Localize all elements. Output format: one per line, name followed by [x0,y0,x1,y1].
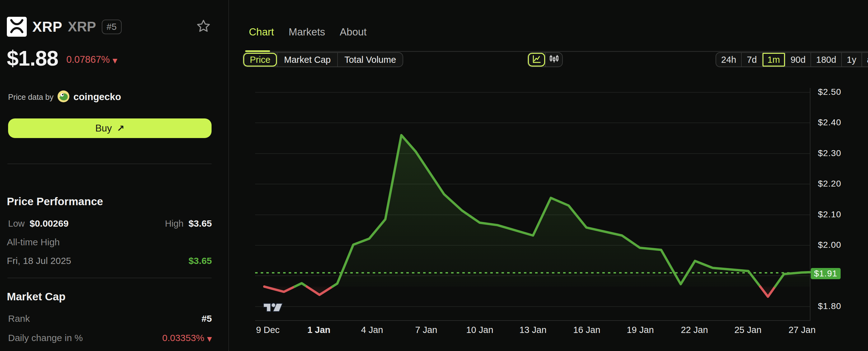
attribution-label: Price data by [8,93,54,102]
current-price-tag: $1.91 [811,268,841,279]
attribution-provider[interactable]: coingecko [73,91,121,103]
price-performance-title: Price Performance [7,195,103,208]
x-tick: 1 Jan [307,325,331,335]
low-label: Low [8,219,25,229]
data-attribution: Price data by coingecko [8,91,121,103]
y-tick: $2.50 [818,87,841,97]
x-tick: 25 Jan [734,325,761,335]
price-change-value: 0.07867% [66,54,110,65]
metric-total-volume[interactable]: Total Volume [337,53,403,67]
down-triangle-icon: ▼ [113,57,117,64]
x-tick: 27 Jan [788,325,815,335]
high-label: High [165,219,184,229]
low-high-row: Low $0.00269 High $3.65 [8,218,212,229]
y-tick: $2.10 [818,210,841,220]
rank-badge: #5 [102,20,122,34]
y-tick: $2.00 [818,240,841,250]
x-tick: 7 Jan [415,325,437,335]
chart-type-toggle [527,52,563,67]
range-all[interactable]: all [862,53,868,67]
price-change: 0.07867% ▼ [66,54,117,65]
tab-about[interactable]: About [340,26,367,38]
range-24h[interactable]: 24h [716,53,741,67]
x-tick: 19 Jan [627,325,654,335]
daily-change-row: Daily change in % 0.03353% ▼ [8,333,212,343]
buy-button-label: Buy [95,123,112,134]
line-chart-icon [532,54,541,65]
star-icon [196,29,211,34]
coin-header: XRP XRP #5 [32,17,122,37]
coin-name: XRP [32,18,62,35]
range-1m[interactable]: 1m [762,53,785,67]
low-value: $0.00269 [30,218,68,229]
high-value: $3.65 [189,218,212,229]
metric-price[interactable]: Price [243,53,277,67]
line-chart-button[interactable] [528,53,545,67]
down-triangle-icon: ▼ [207,335,212,343]
market-cap-title: Market Cap [7,290,66,303]
daily-change-label: Daily change in % [8,333,83,343]
metric-market-cap[interactable]: Market Cap [277,53,337,67]
tab-chart[interactable]: Chart [249,26,274,38]
rank-row: Rank #5 [8,313,212,324]
ath-date: Fri, 18 Jul 2025 [7,256,71,266]
coin-logo [7,17,27,37]
external-arrow-icon: ↗ [117,123,124,134]
metric-toggle: Price Market Cap Total Volume [243,52,403,67]
price-row: $1.88 0.07867% ▼ [7,46,117,70]
y-tick: $2.40 [818,118,841,127]
y-tick: $2.20 [818,179,841,189]
tab-markets[interactable]: Markets [289,26,325,38]
candlestick-icon [549,54,559,65]
x-tick: 16 Jan [573,325,600,335]
x-tick: 10 Jan [466,325,493,335]
y-tick: $2.30 [818,148,841,158]
x-tick: 13 Jan [519,325,546,335]
xrp-icon [9,18,25,35]
coingecko-icon [58,91,69,103]
rank-value: #5 [202,313,212,324]
x-tick: 22 Jan [681,325,708,335]
active-tab-underline [245,51,270,52]
range-1y[interactable]: 1y [841,53,862,67]
rank-label: Rank [8,313,30,324]
current-price: $1.88 [7,46,58,70]
coin-ticker: XRP [68,19,96,34]
x-tick: 9 Dec [256,325,280,335]
x-tick: 4 Jan [361,325,383,335]
tradingview-logo[interactable] [263,300,283,316]
candlestick-chart-button[interactable] [545,53,562,67]
range-90d[interactable]: 90d [785,53,810,67]
price-chart[interactable] [252,87,812,321]
range-180d[interactable]: 180d [810,53,841,67]
coin-dashboard: { "coin": { "name": "XRP", "ticker": "XR… [0,0,868,351]
ath-value: $3.65 [189,256,212,266]
ath-label: All-time High [7,237,60,248]
favorite-star-button[interactable] [196,19,211,34]
tabs-border [270,51,868,52]
range-7d[interactable]: 7d [741,53,762,67]
ath-row: Fri, 18 Jul 2025 $3.65 [7,256,212,266]
buy-button[interactable]: Buy ↗ [8,119,212,138]
y-tick: $1.80 [818,301,841,311]
sidebar-divider [228,0,229,351]
time-range-selector: 24h 7d 1m 90d 180d 1y all [716,52,868,67]
daily-change-value: 0.03353% ▼ [162,333,212,343]
divider [7,278,212,278]
main-tabs: Chart Markets About [249,26,367,38]
divider [7,163,212,164]
